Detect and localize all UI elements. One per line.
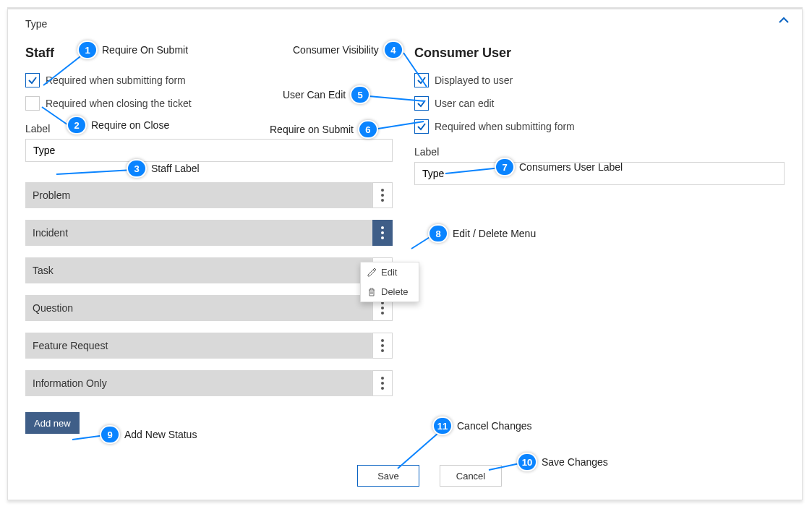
consumer-req-submit-row: Required when submitting form [414, 117, 785, 136]
consumer-displayed-checkbox[interactable] [414, 73, 429, 87]
status-row-menu-button[interactable] [372, 370, 393, 396]
status-row-label[interactable]: Incident [25, 220, 372, 246]
status-row: Problem [25, 182, 393, 208]
panel-title: Type [25, 18, 785, 30]
staff-column: Staff Required when submitting form Requ… [25, 46, 393, 434]
trash-icon [367, 287, 377, 297]
staff-required-submit-row: Required when submitting form [25, 71, 393, 90]
staff-label-caption: Label [25, 123, 393, 134]
status-row: Question [25, 295, 393, 321]
dropdown-edit-label: Edit [381, 267, 397, 278]
consumer-displayed-label: Displayed to user [435, 74, 513, 86]
dropdown-delete[interactable]: Delete [361, 282, 419, 301]
status-row-label[interactable]: Feature Request [25, 333, 372, 359]
consumer-label-caption: Label [414, 146, 785, 158]
staff-required-close-checkbox[interactable] [25, 96, 40, 111]
consumer-can-edit-checkbox[interactable] [414, 96, 429, 111]
status-row-dropdown: Edit Delete [360, 262, 419, 302]
status-row-label[interactable]: Question [25, 295, 372, 321]
kebab-icon [381, 339, 384, 352]
staff-required-submit-label: Required when submitting form [46, 74, 186, 86]
status-row-label[interactable]: Task [25, 257, 372, 283]
consumer-req-submit-checkbox[interactable] [414, 119, 429, 134]
status-row-menu-button[interactable] [372, 220, 393, 246]
kebab-icon [381, 377, 384, 390]
footer-buttons: Save Cancel [357, 465, 502, 487]
consumer-displayed-row: Displayed to user [414, 71, 785, 90]
staff-required-close-label: Required when closing the ticket [46, 98, 192, 109]
dropdown-edit[interactable]: Edit [361, 262, 419, 282]
consumer-column: Consumer User Displayed to user User can… [414, 46, 785, 434]
type-panel: Type Staff Required when submitting form… [7, 7, 803, 500]
status-row-menu-button[interactable] [372, 182, 393, 208]
dropdown-delete-label: Delete [381, 286, 409, 297]
status-row: Feature Request [25, 333, 393, 359]
kebab-icon [381, 189, 384, 202]
staff-required-submit-checkbox[interactable] [25, 73, 40, 87]
consumer-heading: Consumer User [414, 46, 785, 61]
consumer-req-submit-label: Required when submitting form [435, 121, 575, 132]
kebab-icon [381, 226, 384, 239]
kebab-icon [381, 301, 384, 315]
pencil-icon [367, 268, 377, 278]
staff-label-input[interactable] [25, 139, 393, 162]
status-list: Problem Incident Task Ques [25, 182, 393, 396]
consumer-can-edit-label: User can edit [435, 98, 494, 109]
staff-required-close-row: Required when closing the ticket [25, 94, 393, 113]
staff-heading: Staff [25, 46, 393, 61]
consumer-can-edit-row: User can edit [414, 94, 785, 113]
collapse-caret-icon[interactable] [779, 17, 789, 24]
add-new-button[interactable]: Add new [25, 412, 80, 434]
status-row-label[interactable]: Information Only [25, 370, 372, 396]
status-row: Incident [25, 220, 393, 246]
consumer-label-input[interactable] [414, 162, 785, 185]
status-row: Information Only [25, 370, 393, 396]
cancel-button[interactable]: Cancel [440, 465, 502, 487]
status-row-label[interactable]: Problem [25, 182, 372, 208]
save-button[interactable]: Save [357, 465, 419, 487]
status-row-menu-button[interactable] [372, 333, 393, 359]
status-row: Task [25, 257, 393, 283]
